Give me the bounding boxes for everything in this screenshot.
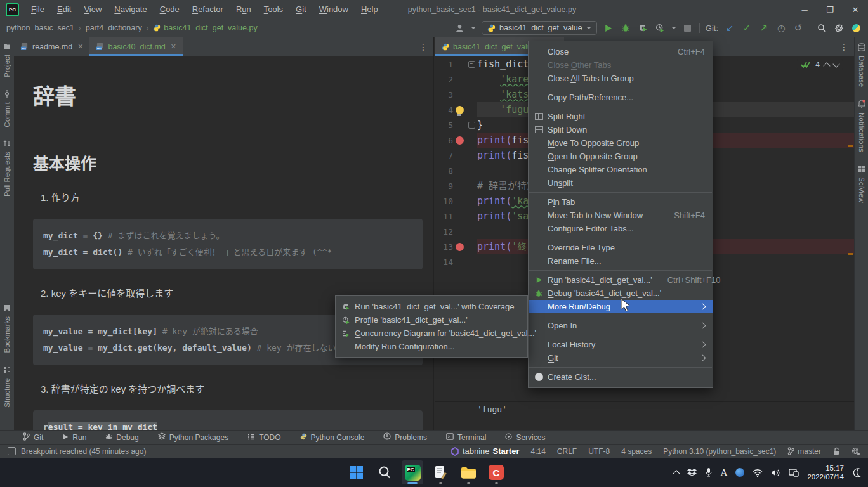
menu-item-run-basic41-dict-get-val-with-coverage[interactable]: Run 'basic41_dict_get_val...' with Cover… bbox=[336, 300, 527, 313]
line-number[interactable]: 2 bbox=[435, 75, 453, 84]
toolwindow-button-terminal[interactable]: Terminal bbox=[446, 433, 486, 442]
start-button[interactable] bbox=[346, 460, 367, 484]
fold-marker-icon[interactable] bbox=[468, 122, 475, 129]
menu-item-split-right[interactable]: Split Right bbox=[529, 110, 713, 123]
rollback-button[interactable]: ↺ bbox=[792, 22, 804, 34]
tray-ball-icon[interactable] bbox=[735, 468, 744, 477]
toolwindow-sciview[interactable]: SciView bbox=[855, 159, 868, 209]
run-configuration-select[interactable]: basic41_dict_get_value bbox=[482, 21, 597, 35]
line-separator[interactable]: CRLF bbox=[557, 447, 577, 456]
plugin-icon[interactable] bbox=[850, 22, 862, 34]
tab-options-icon[interactable]: ⋮ bbox=[839, 42, 854, 52]
toolwindow-project[interactable]: Project bbox=[0, 37, 14, 84]
user-icon[interactable] bbox=[454, 22, 465, 34]
menu-item-open-in-opposite-group[interactable]: Open In Opposite Group bbox=[529, 150, 713, 163]
menu-run[interactable]: Run bbox=[230, 0, 257, 19]
minimize-button[interactable]: ─ bbox=[792, 0, 817, 19]
profiler-button[interactable] bbox=[654, 22, 666, 34]
menu-item-create-gist[interactable]: Create Gist... bbox=[529, 370, 713, 384]
git-branch-widget[interactable]: master bbox=[787, 447, 821, 456]
intention-bulb-icon[interactable] bbox=[456, 106, 464, 114]
menu-refactor[interactable]: Refactor bbox=[187, 0, 229, 19]
menu-item-rename-file[interactable]: Rename File... bbox=[529, 254, 713, 268]
toolwindow-button-services[interactable]: Services bbox=[505, 433, 545, 442]
line-number[interactable]: 13 bbox=[435, 242, 453, 252]
taskbar-clock[interactable]: 15:17 2022/07/14 bbox=[807, 464, 844, 481]
line-number[interactable]: 10 bbox=[435, 197, 453, 206]
run-button[interactable] bbox=[603, 22, 614, 34]
menu-item-move-to-opposite-group[interactable]: Move To Opposite Group bbox=[529, 136, 713, 150]
menu-item-configure-editor-tabs[interactable]: Configure Editor Tabs... bbox=[529, 222, 713, 235]
line-number[interactable]: 8 bbox=[435, 166, 453, 176]
caret-position[interactable]: 4:14 bbox=[530, 447, 545, 456]
breadcrumb-item[interactable]: basic41_dict_get_value.py bbox=[153, 23, 257, 32]
breadcrumb-item[interactable]: python_basic_sec1 bbox=[6, 23, 74, 32]
menu-edit[interactable]: Edit bbox=[51, 0, 77, 19]
globe-gear-icon[interactable] bbox=[852, 447, 860, 456]
unlock-icon[interactable] bbox=[832, 447, 840, 455]
tab-close-icon[interactable]: ✕ bbox=[171, 42, 176, 51]
toolwindow-button-run[interactable]: Run bbox=[62, 433, 86, 442]
user-caret-icon[interactable] bbox=[471, 27, 476, 29]
git-push-button[interactable]: ↗ bbox=[758, 22, 770, 34]
restore-button[interactable]: ❐ bbox=[817, 0, 843, 19]
line-number[interactable]: 11 bbox=[435, 212, 453, 221]
menu-code[interactable]: Code bbox=[154, 0, 185, 19]
menu-item-profile-basic41-dict-get-val[interactable]: Profile 'basic41_dict_get_val...' bbox=[336, 313, 527, 327]
tab-close-icon[interactable]: ✕ bbox=[77, 42, 83, 51]
inspection-widget[interactable]: 4 bbox=[797, 59, 843, 70]
toolwindow-button-python-console[interactable]: Python Console bbox=[300, 433, 365, 442]
toolwindow-button-git[interactable]: Git bbox=[23, 432, 43, 443]
line-number[interactable]: 1 bbox=[435, 60, 453, 69]
settings-button[interactable] bbox=[833, 22, 845, 34]
menu-item-local-history[interactable]: Local History bbox=[529, 338, 713, 351]
menu-item-move-tab-to-new-window[interactable]: Move Tab to New WindowShift+F4 bbox=[529, 209, 713, 222]
wifi-icon[interactable] bbox=[753, 469, 763, 477]
breakpoint-icon[interactable] bbox=[456, 136, 464, 145]
tabnine-widget[interactable]: tabnineStarter bbox=[450, 446, 520, 456]
menu-item-modify-run-configuration[interactable]: Modify Run Configuration... bbox=[336, 340, 527, 353]
next-problem-icon[interactable] bbox=[832, 60, 839, 67]
line-number[interactable]: 3 bbox=[435, 90, 453, 100]
menu-tools[interactable]: Tools bbox=[258, 0, 289, 19]
breakpoint-icon[interactable] bbox=[456, 243, 464, 251]
menu-file[interactable]: File bbox=[25, 0, 50, 19]
cast-icon[interactable] bbox=[789, 468, 799, 477]
close-button[interactable]: ✕ bbox=[843, 0, 868, 19]
toolwindow-database[interactable]: Database bbox=[855, 37, 868, 93]
menu-help[interactable]: Help bbox=[355, 0, 384, 19]
toolwindow-button-problems[interactable]: Problems bbox=[383, 432, 427, 442]
git-update-button[interactable]: ↙ bbox=[724, 22, 735, 34]
toolwindow-button-python-packages[interactable]: Python Packages bbox=[158, 432, 228, 442]
breadcrumb-item[interactable]: part4_dictionary bbox=[86, 23, 142, 32]
toolwindow-pull-requests[interactable]: Pull Requests bbox=[0, 133, 14, 203]
moon-icon[interactable] bbox=[852, 468, 862, 477]
menu-item-run-basic41-dict-get-val[interactable]: Run 'basic41_dict_get_val...'Ctrl+Shift+… bbox=[529, 273, 713, 287]
dropbox-icon[interactable] bbox=[687, 468, 697, 477]
python-interpreter[interactable]: Python 3.10 (python_basic_sec1) bbox=[663, 447, 776, 456]
line-number[interactable]: 9 bbox=[435, 181, 453, 191]
file-encoding[interactable]: UTF-8 bbox=[588, 447, 610, 456]
profiler-caret-icon[interactable] bbox=[671, 27, 676, 29]
line-number[interactable]: 5 bbox=[435, 120, 453, 130]
debug-button[interactable] bbox=[620, 22, 631, 34]
tab-options-icon[interactable]: ⋮ bbox=[419, 42, 433, 52]
menu-navigate[interactable]: Navigate bbox=[109, 0, 152, 19]
toolwindow-commit[interactable]: Commit bbox=[0, 84, 14, 134]
search-everywhere-button[interactable] bbox=[816, 22, 827, 34]
line-number[interactable]: 7 bbox=[435, 151, 453, 160]
indent-style[interactable]: 4 spaces bbox=[621, 447, 652, 456]
line-number[interactable]: 14 bbox=[435, 257, 453, 267]
menu-item-pin-tab[interactable]: Pin Tab bbox=[529, 195, 713, 209]
taskbar-search-button[interactable] bbox=[374, 460, 395, 484]
menu-item-open-in[interactable]: Open In bbox=[529, 319, 713, 332]
menu-item-copy-path-reference[interactable]: Copy Path/Reference... bbox=[529, 91, 713, 104]
volume-icon[interactable] bbox=[771, 469, 780, 477]
toolwindow-notifications[interactable]: Notifications bbox=[855, 93, 868, 159]
line-number[interactable]: 12 bbox=[435, 227, 453, 237]
fold-marker-icon[interactable]: − bbox=[468, 61, 475, 68]
ime-icon[interactable]: A bbox=[721, 467, 728, 478]
taskbar-pycharm-button[interactable]: PC bbox=[402, 460, 423, 484]
taskbar-notepad-button[interactable] bbox=[430, 460, 451, 484]
menu-item-git[interactable]: Git bbox=[529, 351, 713, 365]
